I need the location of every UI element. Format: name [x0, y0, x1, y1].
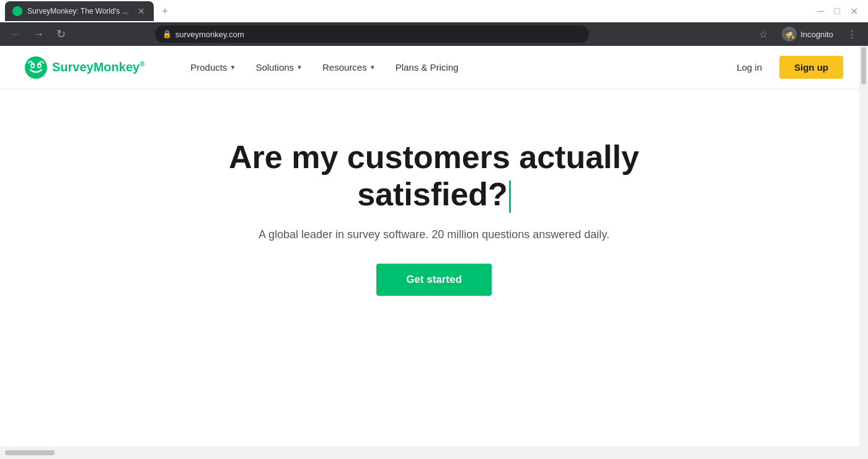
browser-actions: ☆ 🕵 Incognito ⋮ — [755, 24, 861, 44]
browser-addressbar: ← → ↻ 🔒 surveymonkey.com ☆ 🕵 Incognito ⋮ — [0, 22, 868, 46]
login-button[interactable]: Log in — [727, 57, 772, 78]
get-started-button[interactable]: Get started — [376, 264, 492, 296]
browser-chrome: SurveyMonkey: The World's Mos... ✕ + ─ □… — [0, 0, 868, 46]
svg-point-4 — [32, 65, 34, 67]
solutions-chevron-icon: ▼ — [296, 64, 303, 71]
tab-close-button[interactable]: ✕ — [136, 6, 146, 16]
incognito-icon: 🕵 — [782, 27, 797, 42]
minimize-button[interactable]: ─ — [817, 6, 824, 17]
vertical-scrollbar[interactable] — [859, 46, 868, 447]
forward-button[interactable]: → — [30, 25, 47, 43]
svg-point-5 — [38, 65, 41, 67]
lock-icon: 🔒 — [162, 30, 172, 38]
scrollbar-thumb[interactable] — [861, 47, 866, 84]
nav-resources[interactable]: Resources ▼ — [314, 57, 384, 78]
incognito-label: Incognito — [800, 30, 833, 39]
incognito-button[interactable]: 🕵 Incognito — [777, 24, 838, 44]
nav-links: Products ▼ Solutions ▼ Resources ▼ Plans… — [182, 57, 727, 78]
maximize-button[interactable]: □ — [834, 6, 840, 17]
h-scrollbar-thumb[interactable] — [5, 450, 55, 455]
website-content: SurveyMonkey® Products ▼ Solutions ▼ Res… — [0, 46, 868, 447]
nav-actions: Log in Sign up — [727, 56, 843, 79]
products-chevron-icon: ▼ — [229, 64, 236, 71]
svg-point-1 — [25, 56, 47, 79]
svg-point-0 — [14, 8, 20, 14]
tab-title: SurveyMonkey: The World's Mos... — [27, 7, 131, 16]
nav-pricing[interactable]: Plans & Pricing — [387, 57, 467, 78]
back-button[interactable]: ← — [7, 25, 25, 43]
horizontal-scrollbar[interactable] — [0, 447, 868, 459]
browser-tab[interactable]: SurveyMonkey: The World's Mos... ✕ — [5, 1, 154, 21]
hero-title: Are my customers actually satisfied? — [155, 139, 713, 213]
url-text: surveymonkey.com — [175, 30, 244, 39]
bookmark-button[interactable]: ☆ — [755, 25, 772, 43]
logo-text: SurveyMonkey® — [52, 60, 144, 74]
signup-button[interactable]: Sign up — [779, 56, 843, 79]
nav-products[interactable]: Products ▼ — [182, 57, 244, 78]
logo-icon — [25, 56, 47, 79]
window-controls: ─ □ ✕ — [817, 6, 863, 17]
hero-section: Are my customers actually satisfied? A g… — [0, 89, 868, 333]
nav-solutions[interactable]: Solutions ▼ — [247, 57, 311, 78]
close-window-button[interactable]: ✕ — [850, 6, 858, 17]
reload-button[interactable]: ↻ — [52, 25, 69, 43]
hero-subtitle: A global leader in survey software. 20 m… — [259, 228, 609, 241]
site-nav: SurveyMonkey® Products ▼ Solutions ▼ Res… — [0, 46, 868, 89]
address-bar[interactable]: 🔒 surveymonkey.com — [155, 25, 589, 43]
browser-titlebar: SurveyMonkey: The World's Mos... ✕ + ─ □… — [0, 0, 868, 22]
logo-link[interactable]: SurveyMonkey® — [25, 56, 144, 79]
tab-favicon — [12, 6, 22, 16]
resources-chevron-icon: ▼ — [370, 64, 376, 71]
menu-button[interactable]: ⋮ — [843, 25, 861, 43]
text-cursor — [509, 180, 511, 213]
new-tab-button[interactable]: + — [156, 2, 174, 20]
